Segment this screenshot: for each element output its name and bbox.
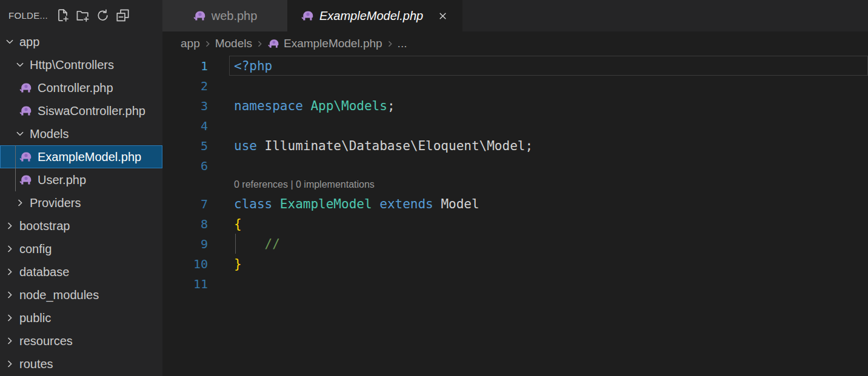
tree-item-config[interactable]: config (0, 237, 162, 260)
breadcrumb-item-examplemodel-php[interactable]: ExampleModel.php (267, 37, 382, 50)
line-content: <?php (234, 59, 272, 73)
line-number: 8 (162, 217, 208, 231)
line-number: 9 (162, 237, 208, 251)
code-line-8[interactable]: 8{ (162, 214, 868, 234)
chevron-down-icon[interactable] (14, 128, 26, 140)
codelens[interactable]: 0 references | 0 implementations (162, 176, 868, 194)
tree-item-label: bootstrap (19, 219, 70, 233)
tree-item-http-controllers[interactable]: Http\Controllers (0, 53, 162, 76)
breadcrumb-item-app[interactable]: app (181, 37, 200, 50)
tree-item-models[interactable]: Models (0, 122, 162, 145)
collapse-all-icon (116, 8, 130, 22)
tree-item-label: resources (19, 334, 73, 348)
code-line-9[interactable]: 9 // (162, 234, 868, 254)
new-file-button[interactable] (55, 7, 71, 23)
breadcrumb-item-[interactable]: ... (398, 37, 407, 50)
line-content: } (234, 257, 242, 271)
breadcrumb-item-label: app (181, 37, 200, 50)
breadcrumb-item-label: ... (398, 37, 407, 50)
line-number: 1 (162, 59, 208, 73)
php-elephant-icon (267, 38, 279, 50)
code-line-5[interactable]: 5use Illuminate\Database\Eloquent\Model; (162, 136, 868, 156)
tree-indent-guide (15, 145, 16, 191)
breadcrumb-chevron-icon (255, 39, 264, 48)
tree-item-node-modules[interactable]: node_modules (0, 283, 162, 306)
chevron-right-icon[interactable] (14, 197, 26, 209)
code-editor[interactable]: 1<?php23namespace App\Models;45use Illum… (162, 56, 868, 376)
tree-item-label: public (19, 311, 51, 325)
tree-item-examplemodel-php[interactable]: ExampleModel.php (0, 145, 162, 168)
chevron-right-icon[interactable] (4, 266, 16, 278)
line-content: class ExampleModel extends Model (234, 197, 479, 211)
code-line-2[interactable]: 2 (162, 76, 868, 96)
tree-item-database[interactable]: database (0, 260, 162, 283)
line-content: // (234, 237, 280, 251)
code-token: Illuminate\Database\Eloquent\Model; (265, 139, 533, 153)
collapse-all-button[interactable] (115, 7, 131, 23)
tree-item-public[interactable]: public (0, 306, 162, 329)
line-number: 6 (162, 159, 208, 173)
tree-item-label: Models (30, 127, 68, 141)
code-line-7[interactable]: 7class ExampleModel extends Model (162, 194, 868, 214)
tree-item-label: Controller.php (38, 81, 113, 95)
chevron-right-icon[interactable] (4, 335, 16, 347)
new-folder-icon (76, 8, 90, 22)
refresh-button[interactable] (95, 7, 111, 23)
tree-item-controller-php[interactable]: Controller.php (0, 76, 162, 99)
line-number: 10 (162, 257, 208, 271)
chevron-down-icon[interactable] (14, 59, 26, 71)
chevron-down-icon[interactable] (4, 36, 16, 48)
tree-item-bootstrap[interactable]: bootstrap (0, 214, 162, 237)
tree-item-siswacontroller-php[interactable]: SiswaController.php (0, 99, 162, 122)
tree-item-label: config (19, 242, 52, 256)
line-number: 5 (162, 139, 208, 153)
chevron-right-icon[interactable] (4, 358, 16, 370)
line-content: { (234, 217, 242, 231)
breadcrumb-chevron-icon (386, 39, 395, 48)
code-token: ; (387, 99, 395, 113)
chevron-right-icon[interactable] (4, 243, 16, 255)
line-number: 4 (162, 119, 208, 133)
tab-bar: web.phpExampleModel.php (162, 0, 868, 31)
tree-item-label: node_modules (19, 288, 99, 302)
php-elephant-icon (19, 104, 32, 117)
tab-examplemodel-php[interactable]: ExampleModel.php (287, 0, 462, 31)
breadcrumb-item-label: Models (215, 37, 252, 50)
chevron-right-icon[interactable] (4, 220, 16, 232)
file-tree: appHttp\ControllersController.phpSiswaCo… (0, 30, 162, 375)
tree-item-resources[interactable]: resources (0, 329, 162, 352)
explorer-section-title[interactable]: FOLDE... (8, 10, 48, 21)
code-token (433, 197, 441, 211)
line-number: 11 (162, 277, 208, 291)
new-folder-button[interactable] (75, 7, 91, 23)
php-elephant-icon (301, 9, 314, 22)
tab-label: web.php (212, 9, 258, 23)
code-token: App\Models (310, 99, 387, 113)
code-token: ExampleModel (280, 197, 372, 211)
code-line-6[interactable]: 6 (162, 156, 868, 176)
tree-item-providers[interactable]: Providers (0, 191, 162, 214)
chevron-right-icon[interactable] (4, 289, 16, 301)
codelens-text[interactable]: 0 references | 0 implementations (234, 179, 375, 190)
tree-item-label: User.php (38, 173, 86, 187)
line-number: 7 (162, 197, 208, 211)
code-token (372, 197, 380, 211)
code-line-3[interactable]: 3namespace App\Models; (162, 96, 868, 116)
tree-item-routes[interactable]: routes (0, 352, 162, 375)
tab-web-php[interactable]: web.php (162, 0, 287, 31)
code-line-11[interactable]: 11 (162, 274, 868, 294)
code-line-1[interactable]: 1<?php (162, 56, 868, 76)
tab-label: ExampleModel.php (319, 9, 423, 23)
line-number: 2 (162, 79, 208, 93)
chevron-right-icon[interactable] (4, 312, 16, 324)
code-token: class (234, 197, 280, 211)
tab-close-button[interactable] (436, 9, 449, 22)
php-elephant-icon (19, 150, 32, 163)
code-line-4[interactable]: 4 (162, 116, 868, 136)
tree-item-app[interactable]: app (0, 30, 162, 53)
code-line-10[interactable]: 10} (162, 254, 868, 274)
tree-item-user-php[interactable]: User.php (0, 168, 162, 191)
php-elephant-icon (19, 173, 32, 186)
php-elephant-icon (193, 9, 206, 22)
breadcrumb-item-models[interactable]: Models (215, 37, 252, 50)
